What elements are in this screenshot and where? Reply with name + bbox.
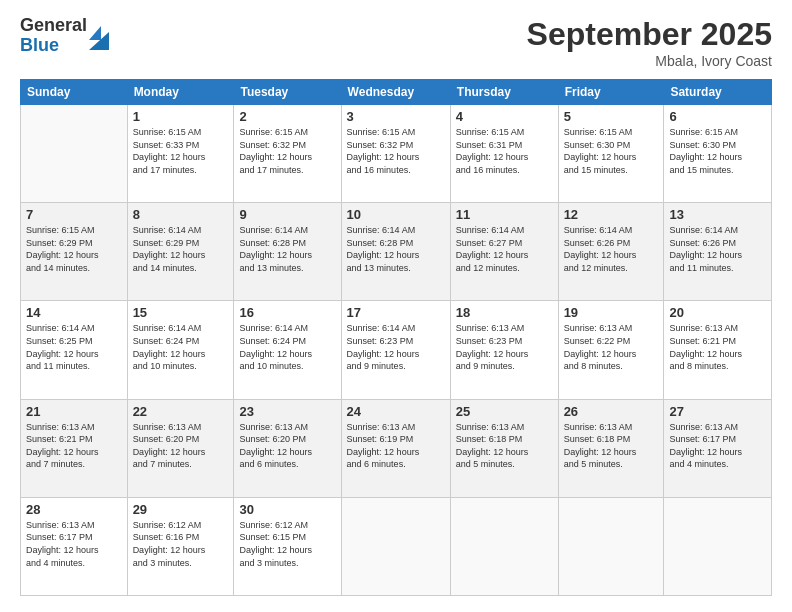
calendar-cell: 20Sunrise: 6:13 AM Sunset: 6:21 PM Dayli…: [664, 301, 772, 399]
cell-info: Sunrise: 6:15 AM Sunset: 6:31 PM Dayligh…: [456, 126, 553, 176]
day-number: 30: [239, 502, 335, 517]
cell-info: Sunrise: 6:14 AM Sunset: 6:24 PM Dayligh…: [239, 322, 335, 372]
cell-info: Sunrise: 6:13 AM Sunset: 6:19 PM Dayligh…: [347, 421, 445, 471]
day-number: 12: [564, 207, 659, 222]
cell-info: Sunrise: 6:14 AM Sunset: 6:28 PM Dayligh…: [347, 224, 445, 274]
calendar-cell: 11Sunrise: 6:14 AM Sunset: 6:27 PM Dayli…: [450, 203, 558, 301]
cell-info: Sunrise: 6:14 AM Sunset: 6:25 PM Dayligh…: [26, 322, 122, 372]
calendar-cell: 12Sunrise: 6:14 AM Sunset: 6:26 PM Dayli…: [558, 203, 664, 301]
day-number: 16: [239, 305, 335, 320]
cell-info: Sunrise: 6:13 AM Sunset: 6:18 PM Dayligh…: [564, 421, 659, 471]
logo-text: General Blue: [20, 16, 87, 56]
day-number: 9: [239, 207, 335, 222]
cell-info: Sunrise: 6:14 AM Sunset: 6:26 PM Dayligh…: [564, 224, 659, 274]
calendar-cell: 7Sunrise: 6:15 AM Sunset: 6:29 PM Daylig…: [21, 203, 128, 301]
cell-info: Sunrise: 6:13 AM Sunset: 6:23 PM Dayligh…: [456, 322, 553, 372]
cell-info: Sunrise: 6:13 AM Sunset: 6:17 PM Dayligh…: [26, 519, 122, 569]
cell-info: Sunrise: 6:13 AM Sunset: 6:21 PM Dayligh…: [669, 322, 766, 372]
calendar-cell: 15Sunrise: 6:14 AM Sunset: 6:24 PM Dayli…: [127, 301, 234, 399]
col-friday: Friday: [558, 80, 664, 105]
calendar-cell: 2Sunrise: 6:15 AM Sunset: 6:32 PM Daylig…: [234, 105, 341, 203]
calendar-cell: 16Sunrise: 6:14 AM Sunset: 6:24 PM Dayli…: [234, 301, 341, 399]
cell-info: Sunrise: 6:15 AM Sunset: 6:32 PM Dayligh…: [239, 126, 335, 176]
day-number: 24: [347, 404, 445, 419]
calendar-cell: 14Sunrise: 6:14 AM Sunset: 6:25 PM Dayli…: [21, 301, 128, 399]
location: Mbala, Ivory Coast: [527, 53, 772, 69]
calendar-cell: 5Sunrise: 6:15 AM Sunset: 6:30 PM Daylig…: [558, 105, 664, 203]
calendar-cell: 22Sunrise: 6:13 AM Sunset: 6:20 PM Dayli…: [127, 399, 234, 497]
calendar-cell: 8Sunrise: 6:14 AM Sunset: 6:29 PM Daylig…: [127, 203, 234, 301]
cell-info: Sunrise: 6:12 AM Sunset: 6:15 PM Dayligh…: [239, 519, 335, 569]
calendar-cell: [341, 497, 450, 595]
cell-info: Sunrise: 6:13 AM Sunset: 6:21 PM Dayligh…: [26, 421, 122, 471]
col-sunday: Sunday: [21, 80, 128, 105]
calendar-cell: 13Sunrise: 6:14 AM Sunset: 6:26 PM Dayli…: [664, 203, 772, 301]
col-thursday: Thursday: [450, 80, 558, 105]
calendar-cell: 24Sunrise: 6:13 AM Sunset: 6:19 PM Dayli…: [341, 399, 450, 497]
day-number: 21: [26, 404, 122, 419]
logo-icon: [89, 22, 109, 50]
col-wednesday: Wednesday: [341, 80, 450, 105]
cell-info: Sunrise: 6:13 AM Sunset: 6:20 PM Dayligh…: [133, 421, 229, 471]
day-number: 4: [456, 109, 553, 124]
calendar-week-2: 7Sunrise: 6:15 AM Sunset: 6:29 PM Daylig…: [21, 203, 772, 301]
day-number: 23: [239, 404, 335, 419]
calendar-cell: 28Sunrise: 6:13 AM Sunset: 6:17 PM Dayli…: [21, 497, 128, 595]
calendar-cell: 26Sunrise: 6:13 AM Sunset: 6:18 PM Dayli…: [558, 399, 664, 497]
cell-info: Sunrise: 6:14 AM Sunset: 6:28 PM Dayligh…: [239, 224, 335, 274]
day-number: 10: [347, 207, 445, 222]
calendar-cell: [558, 497, 664, 595]
title-area: September 2025 Mbala, Ivory Coast: [527, 16, 772, 69]
col-tuesday: Tuesday: [234, 80, 341, 105]
cell-info: Sunrise: 6:15 AM Sunset: 6:29 PM Dayligh…: [26, 224, 122, 274]
day-number: 8: [133, 207, 229, 222]
day-number: 26: [564, 404, 659, 419]
calendar-cell: 3Sunrise: 6:15 AM Sunset: 6:32 PM Daylig…: [341, 105, 450, 203]
calendar-cell: 1Sunrise: 6:15 AM Sunset: 6:33 PM Daylig…: [127, 105, 234, 203]
calendar-cell: [21, 105, 128, 203]
logo-blue: Blue: [20, 36, 87, 56]
calendar-cell: 30Sunrise: 6:12 AM Sunset: 6:15 PM Dayli…: [234, 497, 341, 595]
calendar-cell: [664, 497, 772, 595]
logo: General Blue: [20, 16, 109, 56]
day-number: 19: [564, 305, 659, 320]
cell-info: Sunrise: 6:14 AM Sunset: 6:24 PM Dayligh…: [133, 322, 229, 372]
cell-info: Sunrise: 6:12 AM Sunset: 6:16 PM Dayligh…: [133, 519, 229, 569]
calendar-cell: 18Sunrise: 6:13 AM Sunset: 6:23 PM Dayli…: [450, 301, 558, 399]
day-number: 17: [347, 305, 445, 320]
day-number: 3: [347, 109, 445, 124]
day-number: 27: [669, 404, 766, 419]
calendar-week-5: 28Sunrise: 6:13 AM Sunset: 6:17 PM Dayli…: [21, 497, 772, 595]
cell-info: Sunrise: 6:13 AM Sunset: 6:20 PM Dayligh…: [239, 421, 335, 471]
svg-marker-1: [89, 26, 101, 40]
cell-info: Sunrise: 6:13 AM Sunset: 6:18 PM Dayligh…: [456, 421, 553, 471]
cell-info: Sunrise: 6:14 AM Sunset: 6:23 PM Dayligh…: [347, 322, 445, 372]
calendar-week-4: 21Sunrise: 6:13 AM Sunset: 6:21 PM Dayli…: [21, 399, 772, 497]
day-number: 11: [456, 207, 553, 222]
day-number: 13: [669, 207, 766, 222]
calendar-cell: 27Sunrise: 6:13 AM Sunset: 6:17 PM Dayli…: [664, 399, 772, 497]
header: General Blue September 2025 Mbala, Ivory…: [20, 16, 772, 69]
cell-info: Sunrise: 6:14 AM Sunset: 6:27 PM Dayligh…: [456, 224, 553, 274]
cell-info: Sunrise: 6:13 AM Sunset: 6:22 PM Dayligh…: [564, 322, 659, 372]
cell-info: Sunrise: 6:15 AM Sunset: 6:32 PM Dayligh…: [347, 126, 445, 176]
day-number: 2: [239, 109, 335, 124]
day-number: 15: [133, 305, 229, 320]
col-monday: Monday: [127, 80, 234, 105]
day-number: 14: [26, 305, 122, 320]
calendar-week-1: 1Sunrise: 6:15 AM Sunset: 6:33 PM Daylig…: [21, 105, 772, 203]
day-number: 22: [133, 404, 229, 419]
header-row: Sunday Monday Tuesday Wednesday Thursday…: [21, 80, 772, 105]
month-title: September 2025: [527, 16, 772, 53]
calendar-cell: 10Sunrise: 6:14 AM Sunset: 6:28 PM Dayli…: [341, 203, 450, 301]
day-number: 6: [669, 109, 766, 124]
calendar-cell: 21Sunrise: 6:13 AM Sunset: 6:21 PM Dayli…: [21, 399, 128, 497]
day-number: 7: [26, 207, 122, 222]
calendar-cell: 17Sunrise: 6:14 AM Sunset: 6:23 PM Dayli…: [341, 301, 450, 399]
calendar-cell: 9Sunrise: 6:14 AM Sunset: 6:28 PM Daylig…: [234, 203, 341, 301]
cell-info: Sunrise: 6:14 AM Sunset: 6:29 PM Dayligh…: [133, 224, 229, 274]
cell-info: Sunrise: 6:13 AM Sunset: 6:17 PM Dayligh…: [669, 421, 766, 471]
day-number: 1: [133, 109, 229, 124]
calendar-cell: 29Sunrise: 6:12 AM Sunset: 6:16 PM Dayli…: [127, 497, 234, 595]
day-number: 25: [456, 404, 553, 419]
